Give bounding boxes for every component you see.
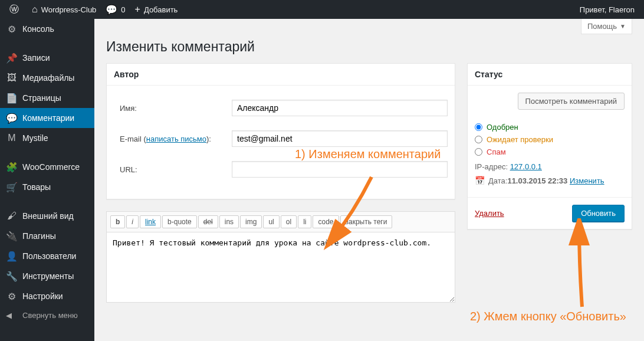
name-label: Имя: [114, 104, 232, 113]
menu-label: Пользователи [22, 251, 76, 261]
menu-label: Медиафайлы [22, 73, 74, 83]
sidebar-item-10[interactable]: 👤Пользователи [0, 246, 94, 266]
email-input[interactable] [232, 130, 448, 147]
date-line: 📅 Дата: 11.03.2015 22:33 Изменить [475, 176, 625, 185]
menu-label: Инструменты [22, 271, 74, 281]
menu-icon: 📌 [6, 53, 18, 64]
menu-icon: 🔧 [6, 271, 18, 282]
help-tab[interactable]: Помощь ▼ [581, 19, 632, 34]
comments-count: 0 [121, 5, 125, 14]
edit-date-link[interactable]: Изменить [570, 176, 604, 185]
menu-icon: M [6, 133, 18, 143]
greeting: Привет, Flaeron [580, 5, 635, 14]
sidebar-item-3[interactable]: 📄Страницы [0, 88, 94, 108]
menu-label: Записи [22, 53, 50, 63]
comments-link[interactable]: 💬0 [101, 0, 130, 19]
calendar-icon: 📅 [475, 176, 485, 185]
author-heading: Автор [107, 64, 455, 86]
menu-label: Страницы [22, 93, 61, 103]
ip-link[interactable]: 127.0.0.1 [510, 162, 542, 171]
account-link[interactable]: Привет, Flaeron [575, 0, 639, 19]
menu-icon: 📄 [6, 93, 18, 104]
menu-icon: 🧩 [6, 162, 18, 173]
quicktags-toolbar: bilinkb-quotedelinsimgulollicodeзакрыть … [106, 211, 455, 232]
update-button[interactable]: Обновить [572, 205, 625, 222]
qt-b-quote[interactable]: b-quote [162, 215, 197, 228]
menu-icon: ⚙ [6, 24, 18, 35]
qt-li[interactable]: li [298, 215, 311, 228]
wordpress-icon: ⓦ [9, 4, 19, 16]
status-postbox: Статус Посмотреть комментарий Одобрен Ож… [467, 63, 632, 229]
comment-icon: 💬 [106, 4, 117, 15]
menu-icon: 🛒 [6, 182, 18, 193]
email-label: E-mail (написать письмо): [114, 135, 232, 143]
delete-link[interactable]: Удалить [475, 209, 504, 218]
qt-img[interactable]: img [240, 215, 262, 228]
comment-editor-wrap: bilinkb-quotedelinsimgulollicodeзакрыть … [106, 211, 455, 304]
sidebar-item-9[interactable]: 🔌Плагины [0, 226, 94, 246]
status-pending-radio[interactable] [475, 136, 482, 143]
sidebar-item-6[interactable]: 🧩WooCommerce [0, 157, 94, 177]
sidebar-item-8[interactable]: 🖌Внешний вид [0, 206, 94, 226]
sidebar-item-5[interactable]: MMystile [0, 128, 94, 148]
menu-icon: 💬 [6, 113, 18, 124]
chevron-down-icon: ▼ [620, 23, 626, 29]
menu-icon: 🔌 [6, 231, 18, 242]
status-approved-radio[interactable] [475, 123, 482, 131]
qt-del[interactable]: del [198, 215, 218, 228]
plus-icon: + [135, 4, 140, 15]
collapse-menu[interactable]: ◀ Свернуть меню [0, 306, 94, 324]
qt-b[interactable]: b [110, 215, 125, 228]
menu-label: Консоль [22, 24, 54, 34]
menu-label: Внешний вид [22, 211, 74, 221]
view-comment-button[interactable]: Посмотреть комментарий [518, 93, 625, 110]
content-area: Помощь ▼ Изменить комментарий Автор Имя:… [94, 19, 644, 341]
page-title: Изменить комментарий [106, 39, 632, 55]
status-spam-option[interactable]: Спам [475, 147, 625, 156]
sidebar-item-7[interactable]: 🛒Товары [0, 177, 94, 197]
sidebar-item-1[interactable]: 📌Записи [0, 48, 94, 68]
name-input[interactable] [232, 100, 448, 116]
sidebar-item-4[interactable]: 💬Комментарии [0, 108, 94, 128]
collapse-label: Свернуть меню [22, 311, 78, 320]
menu-icon: 🖼 [6, 73, 18, 83]
qt-закрыть-теги[interactable]: закрыть теги [340, 215, 393, 228]
collapse-icon: ◀ [6, 311, 18, 320]
wp-logo[interactable]: ⓦ [5, 0, 27, 19]
url-input[interactable] [232, 161, 448, 178]
status-heading: Статус [468, 64, 632, 86]
menu-label: Товары [22, 182, 51, 192]
qt-code[interactable]: code [313, 215, 339, 228]
qt-ins[interactable]: ins [219, 215, 239, 228]
sidebar-item-12[interactable]: ⚙Настройки [0, 286, 94, 306]
admin-bar: ⓦ ⌂Wordpress-Club 💬0 +Добавить Привет, F… [0, 0, 644, 19]
menu-label: Плагины [22, 231, 56, 241]
comment-textarea[interactable] [106, 232, 455, 303]
add-new-label: Добавить [144, 5, 178, 14]
qt-link[interactable]: link [140, 215, 161, 228]
email-compose-link[interactable]: написать письмо [146, 135, 206, 143]
menu-label: Настройки [22, 291, 63, 301]
status-pending-option[interactable]: Ожидает проверки [475, 135, 625, 144]
add-new-link[interactable]: +Добавить [130, 0, 183, 19]
sidebar-item-0[interactable]: ⚙Консоль [0, 19, 94, 39]
status-approved-option[interactable]: Одобрен [475, 123, 625, 132]
qt-ul[interactable]: ul [263, 215, 279, 228]
menu-label: WooCommerce [22, 162, 80, 172]
status-spam-radio[interactable] [475, 148, 482, 156]
sidebar-item-2[interactable]: 🖼Медиафайлы [0, 68, 94, 88]
home-icon: ⌂ [32, 4, 38, 15]
url-label: URL: [114, 165, 232, 174]
qt-i[interactable]: i [126, 215, 139, 228]
sidebar-item-11[interactable]: 🔧Инструменты [0, 266, 94, 286]
author-postbox: Автор Имя: E-mail (написать письмо): URL… [106, 63, 455, 199]
menu-label: Mystile [22, 133, 48, 143]
menu-icon: ⚙ [6, 291, 18, 302]
ip-line: IP-адрес: 127.0.0.1 [475, 162, 625, 171]
site-name-link[interactable]: ⌂Wordpress-Club [27, 0, 101, 19]
admin-sidebar: ⚙Консоль📌Записи🖼Медиафайлы📄Страницы💬Комм… [0, 19, 94, 341]
help-label: Помощь [587, 22, 617, 31]
qt-ol[interactable]: ol [281, 215, 297, 228]
menu-icon: 🖌 [6, 211, 18, 221]
menu-label: Комментарии [22, 113, 74, 123]
